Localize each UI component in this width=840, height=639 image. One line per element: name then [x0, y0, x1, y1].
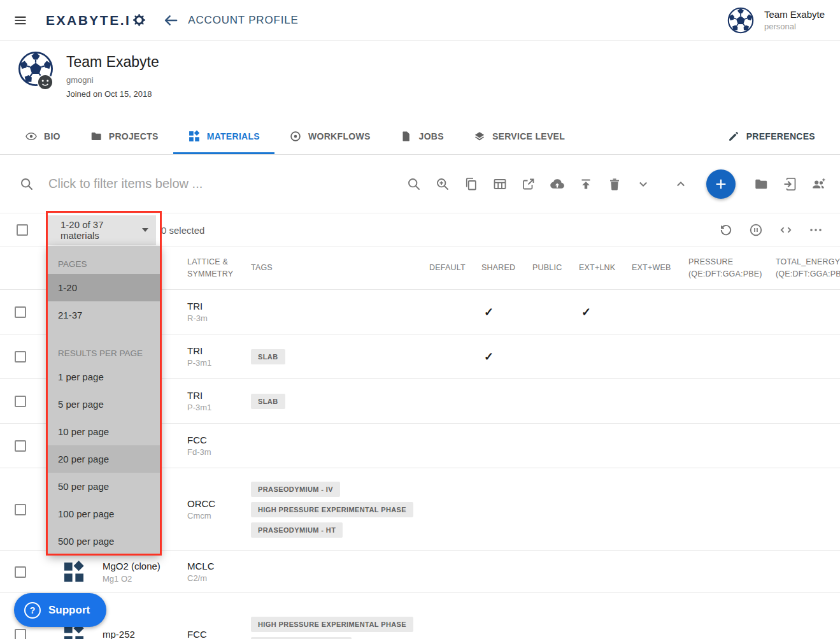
row-checkbox[interactable] — [15, 306, 26, 318]
tag-chip: PRASEODYMIUM - HT — [251, 522, 343, 538]
exit-to-app-icon[interactable] — [782, 176, 797, 192]
symmetry-value: P-3m1 — [187, 403, 251, 412]
col-total-energy[interactable]: TOTAL_ENERGY (QE:DFT:GGA:PBE) — [776, 256, 840, 281]
ext-lnk-check: ✓ — [581, 306, 591, 319]
cloud-upload-icon[interactable] — [550, 176, 565, 192]
per-page-options-list: 1 per page 5 per page 10 per page 20 per… — [48, 363, 160, 555]
per-page-option-10[interactable]: 10 per page — [48, 418, 160, 445]
open-in-new-icon[interactable] — [521, 176, 536, 192]
col-ext-lnk[interactable]: EXT+LNK — [579, 262, 632, 274]
row-checkbox[interactable] — [15, 566, 26, 578]
col-tags[interactable]: TAGS — [251, 262, 429, 274]
col-lattice[interactable]: LATTICE & SYMMETRY — [187, 256, 251, 281]
col-public[interactable]: PUBLIC — [532, 262, 579, 274]
lattice-value: ORCC — [187, 498, 251, 509]
account-type: personal — [764, 22, 825, 31]
tag-chip: SLAB — [251, 394, 285, 409]
toolbar-actions — [406, 169, 826, 199]
symmetry-value: Fd-3m — [187, 447, 251, 457]
lattice-value: FCC — [187, 629, 251, 639]
zoom-in-icon[interactable] — [435, 176, 450, 192]
selected-count-label: 0 selected — [161, 225, 204, 236]
help-icon: ? — [24, 602, 41, 619]
profile-name: Team Exabyte — [66, 54, 159, 71]
more-horiz-icon[interactable] — [808, 222, 823, 238]
delete-icon[interactable] — [607, 176, 622, 192]
table-row[interactable]: MgO2 (clone) Mg1 O2 MCLCC2/m — [0, 551, 840, 593]
search-action-icon[interactable] — [406, 176, 422, 192]
col-default[interactable]: DEFAULT — [429, 262, 481, 274]
lattice-value: TRI — [187, 301, 251, 312]
exabyte-logo[interactable]: EXABYTE.I — [46, 13, 146, 28]
filter-toolbar — [0, 155, 840, 213]
table-view-icon[interactable] — [492, 176, 508, 192]
col-shared[interactable]: SHARED — [481, 262, 532, 274]
profile-joined-date: Joined on Oct 15, 2018 — [66, 89, 152, 99]
profile-header: Team Exabyte gmogni Joined on Oct 15, 20… — [0, 41, 840, 118]
tab-materials[interactable]: MATERIALS — [173, 118, 274, 154]
menu-icon[interactable] — [13, 13, 28, 28]
symmetry-value: C2/m — [187, 573, 251, 583]
row-checkbox[interactable] — [15, 396, 26, 407]
tab-label: BIO — [44, 131, 61, 141]
tab-service-level[interactable]: SERVICE LEVEL — [459, 118, 580, 154]
per-page-option-20[interactable]: 20 per page — [48, 445, 160, 473]
eye-icon — [25, 130, 38, 143]
top-app-bar: EXABYTE.I ACCOUNT PROFILE Team Exabyte p… — [0, 0, 840, 41]
per-page-option-5[interactable]: 5 per page — [48, 391, 160, 418]
lattice-value: MCLC — [187, 561, 251, 571]
page-title: ACCOUNT PROFILE — [188, 14, 298, 27]
account-switcher[interactable]: Team Exabyte personal — [727, 7, 825, 34]
page-options-list: 1-20 21-37 — [48, 274, 160, 329]
page-option-1-20[interactable]: 1-20 — [48, 274, 160, 301]
chevron-up-icon[interactable] — [673, 176, 688, 192]
selection-bar: 1-20 of 37 materials 0 selected — [0, 213, 840, 247]
preferences-button[interactable]: PREFERENCES — [713, 118, 830, 154]
tab-projects[interactable]: PROJECTS — [75, 118, 173, 154]
lattice-value: TRI — [187, 390, 251, 401]
per-page-option-50[interactable]: 50 per page — [48, 473, 160, 500]
pagination-range-label: 1-20 of 37 materials — [61, 219, 134, 241]
copy-icon[interactable] — [464, 176, 479, 192]
publish-upload-icon[interactable] — [578, 176, 594, 192]
per-page-option-500[interactable]: 500 per page — [48, 528, 160, 555]
col-pressure[interactable]: PRESSURE (QE:DFT:GGA:PBE) — [688, 256, 776, 281]
support-button[interactable]: ? Support — [14, 593, 106, 627]
logo-text: EXABYTE.I — [46, 13, 131, 28]
account-avatar — [727, 7, 754, 34]
col-ext-web[interactable]: EXT+WEB — [632, 262, 688, 274]
pagination-range-trigger[interactable]: 1-20 of 37 materials — [48, 215, 156, 245]
material-name[interactable]: mp-252 — [103, 629, 135, 639]
row-checkbox[interactable] — [15, 440, 26, 452]
filter-input[interactable] — [48, 176, 406, 191]
target-icon — [289, 130, 302, 143]
chevron-down-icon[interactable] — [636, 176, 651, 192]
per-page-option-1[interactable]: 1 per page — [48, 363, 160, 391]
persona-badge-icon — [37, 74, 53, 90]
folder-action-icon[interactable] — [753, 176, 769, 192]
add-material-button[interactable] — [706, 169, 736, 199]
per-page-option-100[interactable]: 100 per page — [48, 500, 160, 528]
table-row[interactable]: mp-252 FCC HIGH PRESSURE EXPERIMENTAL PH… — [0, 593, 840, 639]
tab-bio[interactable]: BIO — [10, 118, 75, 154]
tab-workflows[interactable]: WORKFLOWS — [274, 118, 385, 154]
row-checkbox[interactable] — [15, 504, 26, 515]
row-checkbox[interactable] — [15, 351, 26, 363]
page-option-21-37[interactable]: 21-37 — [48, 301, 160, 329]
symmetry-value: Cmcm — [187, 511, 251, 521]
pause-circle-icon[interactable] — [748, 222, 764, 238]
tab-label: PROJECTS — [109, 131, 159, 141]
group-add-icon[interactable] — [811, 176, 826, 192]
code-icon[interactable] — [778, 222, 794, 238]
shared-check: ✓ — [484, 350, 494, 363]
back-arrow-icon[interactable] — [162, 12, 179, 29]
document-icon — [400, 130, 413, 143]
select-all-checkbox[interactable] — [17, 224, 28, 236]
tab-jobs[interactable]: JOBS — [385, 118, 459, 154]
tabs-spacer — [580, 118, 713, 154]
profile-tabs: BIO PROJECTS MATERIALS WORKFLOWS JOBS SE… — [0, 118, 840, 155]
restore-icon[interactable] — [718, 222, 734, 238]
pencil-icon — [727, 130, 740, 143]
row-checkbox[interactable] — [15, 629, 26, 639]
material-name[interactable]: MgO2 (clone) — [103, 561, 160, 571]
